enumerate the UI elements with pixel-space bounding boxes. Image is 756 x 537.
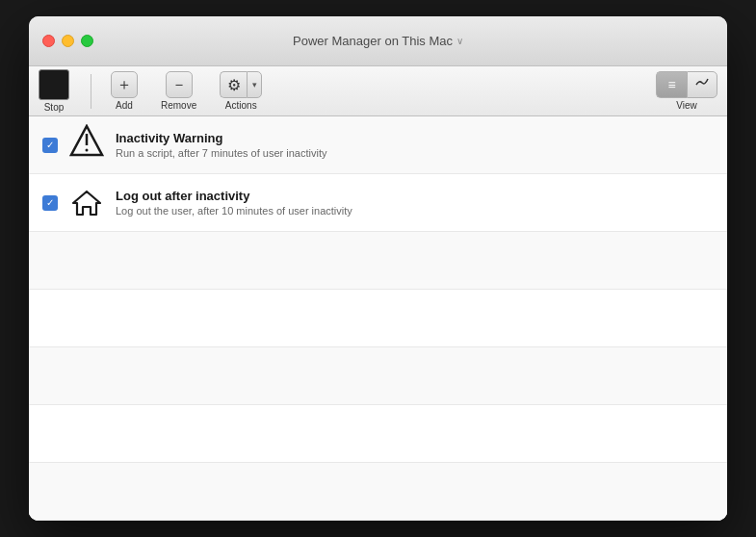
view-button: ≡ View <box>656 71 717 111</box>
svg-marker-3 <box>73 192 100 215</box>
add-icon: ＋ <box>111 71 138 98</box>
item-title: Log out after inactivity <box>116 189 352 203</box>
item-checkbox[interactable]: ✓ <box>42 195 58 211</box>
traffic-lights <box>42 35 93 47</box>
empty-row <box>29 232 727 290</box>
actions-button[interactable]: ⚙ ▾ Actions <box>212 67 270 115</box>
item-icon <box>69 186 104 220</box>
window-title: Power Manager on This Mac ∨ <box>293 34 463 48</box>
titlebar: Power Manager on This Mac ∨ <box>29 16 727 66</box>
home-icon <box>71 188 102 218</box>
close-button[interactable] <box>42 35 55 47</box>
chart-view-button[interactable] <box>687 71 717 98</box>
item-subtitle: Log out the user, after 10 minutes of us… <box>116 205 352 217</box>
view-icons: ≡ <box>656 71 717 98</box>
add-label: Add <box>116 100 133 111</box>
empty-row <box>29 405 727 463</box>
stop-button[interactable]: Stop <box>39 69 69 113</box>
actions-gear-icon: ⚙ <box>220 71 247 98</box>
toolbar: Stop ＋ Add － Remove ⚙ ▾ Actions ≡ <box>29 66 727 116</box>
item-subtitle: Run a script, after 7 minutes of user in… <box>116 147 326 159</box>
content-area: ✓ Inactivity WarningRun a script, after … <box>29 116 727 521</box>
main-window: Power Manager on This Mac ∨ Stop ＋ Add －… <box>29 16 727 521</box>
empty-row <box>29 347 727 405</box>
list-item[interactable]: ✓ Log out after inactivityLog out the us… <box>29 174 727 232</box>
actions-label: Actions <box>225 100 257 111</box>
item-checkbox[interactable]: ✓ <box>42 138 58 153</box>
remove-button[interactable]: － Remove <box>153 67 204 115</box>
item-text: Log out after inactivityLog out the user… <box>116 189 352 217</box>
title-text: Power Manager on This Mac <box>293 34 453 48</box>
svg-point-2 <box>86 148 89 151</box>
remove-icon: － <box>166 71 193 98</box>
item-icon <box>69 128 104 163</box>
toolbar-separator <box>91 74 91 109</box>
empty-rows <box>29 232 727 521</box>
items-list: ✓ Inactivity WarningRun a script, after … <box>29 116 727 232</box>
view-label: View <box>676 100 697 111</box>
actions-chevron-icon[interactable]: ▾ <box>247 71 262 98</box>
minimize-button[interactable] <box>62 35 74 47</box>
stop-label: Stop <box>44 102 65 113</box>
actions-icons: ⚙ ▾ <box>220 71 262 98</box>
list-view-button[interactable]: ≡ <box>656 71 687 98</box>
empty-row <box>29 463 727 521</box>
empty-row <box>29 290 727 347</box>
stop-icon <box>39 69 69 100</box>
add-button[interactable]: ＋ Add <box>103 67 145 115</box>
maximize-button[interactable] <box>81 35 93 47</box>
view-controls: ≡ View <box>656 71 717 111</box>
item-title: Inactivity Warning <box>116 131 326 145</box>
title-chevron-icon[interactable]: ∨ <box>456 36 463 46</box>
item-text: Inactivity WarningRun a script, after 7 … <box>116 131 326 159</box>
script-icon <box>69 124 104 166</box>
remove-label: Remove <box>161 100 196 111</box>
list-item[interactable]: ✓ Inactivity WarningRun a script, after … <box>29 116 727 174</box>
